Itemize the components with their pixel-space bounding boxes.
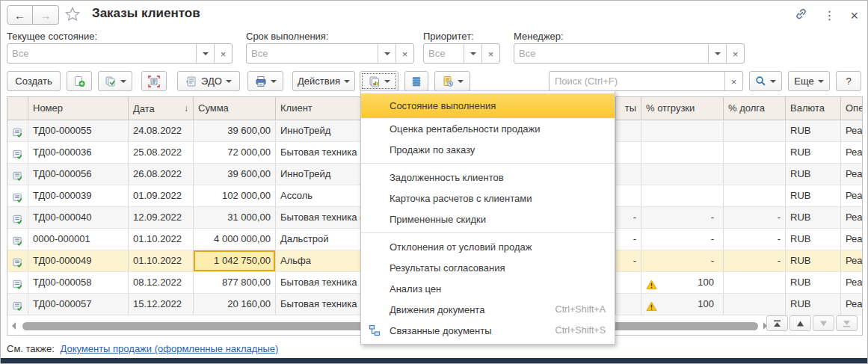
cell-pay[interactable] xyxy=(616,120,641,141)
cell-client[interactable]: ИнноТрейд xyxy=(276,164,361,185)
cell-debt[interactable] xyxy=(724,272,786,293)
cell-currency[interactable]: RUB xyxy=(786,142,841,163)
header-ship-percent[interactable]: % отгрузки xyxy=(641,97,724,120)
header-icon-column[interactable] xyxy=(7,97,28,120)
header-number[interactable]: Номер xyxy=(28,97,129,120)
cell-pay[interactable] xyxy=(616,272,641,293)
create-button[interactable]: Создать xyxy=(7,71,61,91)
close-icon[interactable]: × xyxy=(850,9,858,22)
cell-currency[interactable]: RUB xyxy=(786,294,841,315)
menu-item-execution-state[interactable]: Состояние выполнения xyxy=(361,93,615,118)
cell-sum[interactable]: 4 000 000,00 xyxy=(194,229,276,250)
cell-number[interactable]: ТД00-000036 xyxy=(28,142,129,163)
clear-icon[interactable] xyxy=(214,44,232,63)
filter-due-date-value[interactable]: Все xyxy=(247,44,378,63)
cell-currency[interactable]: RUB xyxy=(786,207,841,228)
dropdown-arrow-icon[interactable] xyxy=(196,44,214,63)
header-client[interactable]: Клиент xyxy=(276,97,361,120)
list-view-button[interactable] xyxy=(404,71,428,91)
cell-client[interactable]: Альфа xyxy=(276,250,361,271)
menu-item-settlement-card[interactable]: Карточка расчетов с клиентами xyxy=(361,188,615,209)
dropdown-arrow-icon[interactable] xyxy=(464,44,481,63)
cell-pay[interactable]: - xyxy=(616,229,641,250)
cell-sum[interactable]: 39 600,00 xyxy=(194,120,276,141)
cell-operation[interactable]: Реа xyxy=(841,164,862,185)
header-pay-percent[interactable]: ты xyxy=(616,97,641,120)
copy-button[interactable] xyxy=(98,71,132,91)
cell-debt[interactable] xyxy=(724,294,786,315)
cell-number[interactable]: ТД00-000040 xyxy=(28,207,129,228)
scan-barcode-button[interactable] xyxy=(141,71,167,91)
cell-debt[interactable]: - xyxy=(724,229,786,250)
cell-client[interactable]: ИнноТрейд xyxy=(276,120,361,141)
header-currency[interactable]: Валюта xyxy=(786,97,841,120)
menu-item-client-debt[interactable]: Задолженность клиентов xyxy=(361,167,615,188)
filter-manager-value[interactable]: Все xyxy=(514,44,708,63)
clear-search-icon[interactable] xyxy=(724,72,742,90)
cell-number[interactable]: ТД00-000057 xyxy=(28,294,129,315)
sort-desc-icon[interactable]: ↓ xyxy=(184,103,188,114)
forward-button[interactable]: → xyxy=(33,5,59,25)
cell-operation[interactable]: Реа xyxy=(841,294,862,315)
back-button[interactable]: ← xyxy=(7,5,33,25)
go-down-button[interactable] xyxy=(813,315,834,331)
favorite-star-icon[interactable] xyxy=(65,7,80,25)
cell-date[interactable]: 26.08.2022 xyxy=(129,164,194,185)
cell-pay[interactable] xyxy=(616,185,641,206)
menu-item-deviations[interactable]: Отклонения от условий продаж xyxy=(361,236,615,257)
cell-number[interactable]: ТД00-000056 xyxy=(28,164,129,185)
cell-debt[interactable]: - xyxy=(724,207,786,228)
menu-item-sales-by-order[interactable]: Продажи по заказу xyxy=(361,139,615,160)
go-first-button[interactable] xyxy=(766,315,788,331)
search-input[interactable] xyxy=(550,72,724,90)
cell-client[interactable]: Бытовая техника xyxy=(276,294,361,315)
cell-currency[interactable]: RUB xyxy=(786,120,841,141)
search-field[interactable] xyxy=(549,71,743,91)
cell-date[interactable]: 12.09.2022 xyxy=(129,207,194,228)
cell-currency[interactable]: RUB xyxy=(786,185,841,206)
cell-date[interactable]: 24.08.2022 xyxy=(129,120,194,141)
filter-current-state-combo[interactable]: Все xyxy=(7,43,233,64)
cell-currency[interactable]: RUB xyxy=(786,164,841,185)
cell-operation[interactable]: Реа xyxy=(841,272,862,293)
cell-ship[interactable]: - xyxy=(641,229,724,250)
cell-date[interactable]: 15.12.2022 xyxy=(129,294,194,315)
actions-button[interactable]: Действия xyxy=(292,71,355,91)
header-debt-percent[interactable]: % долга xyxy=(724,97,786,120)
cell-sum[interactable]: 39 600,00 xyxy=(194,164,276,185)
cell-date[interactable]: 08.12.2022 xyxy=(129,272,194,293)
go-last-button[interactable] xyxy=(836,315,858,331)
cell-number[interactable]: ТД00-000055 xyxy=(28,120,129,141)
cell-ship[interactable] xyxy=(641,185,724,206)
clear-icon[interactable] xyxy=(481,44,499,63)
scroll-left-icon[interactable] xyxy=(7,321,18,331)
menu-item-related-documents[interactable]: Связанные документы Ctrl+Shift+S xyxy=(361,320,615,341)
cell-currency[interactable]: RUB xyxy=(786,250,841,271)
dropdown-arrow-icon[interactable] xyxy=(708,44,726,63)
cell-operation[interactable]: Реа xyxy=(841,250,862,271)
cell-operation[interactable]: Реа xyxy=(841,229,862,250)
cell-date[interactable]: 01.10.2022 xyxy=(129,250,194,271)
sales-documents-link[interactable]: Документы продажи (оформленные накладные… xyxy=(60,343,278,354)
cell-client[interactable]: Ассоль xyxy=(276,185,361,206)
cell-ship[interactable]: - xyxy=(641,207,724,228)
menu-item-document-movements[interactable]: Движения документа Ctrl+Shift+A xyxy=(361,299,615,320)
cell-number[interactable]: 0000-000001 xyxy=(28,229,129,250)
cell-operation[interactable]: Реа xyxy=(841,185,862,206)
dropdown-arrow-icon[interactable] xyxy=(378,44,395,63)
cell-pay[interactable]: - xyxy=(616,207,641,228)
clear-icon[interactable] xyxy=(395,44,413,63)
cell-number[interactable]: ТД00-000039 xyxy=(28,185,129,206)
filter-current-state-value[interactable]: Все xyxy=(7,44,196,63)
cell-debt[interactable] xyxy=(724,185,786,206)
cell-sum[interactable]: 20 160,00 xyxy=(194,294,276,315)
cell-currency[interactable]: RUB xyxy=(786,272,841,293)
filter-priority-value[interactable]: Все xyxy=(424,44,464,63)
filter-due-date-combo[interactable]: Все xyxy=(246,43,414,64)
cell-ship[interactable] xyxy=(641,142,724,163)
cell-ship[interactable]: 100 xyxy=(641,294,724,315)
cell-sum[interactable]: 102 000,00 xyxy=(194,185,276,206)
cell-number[interactable]: ТД00-000049 xyxy=(28,250,129,271)
cell-pay[interactable] xyxy=(616,294,641,315)
cell-sum[interactable]: 72 000,00 xyxy=(194,142,276,163)
